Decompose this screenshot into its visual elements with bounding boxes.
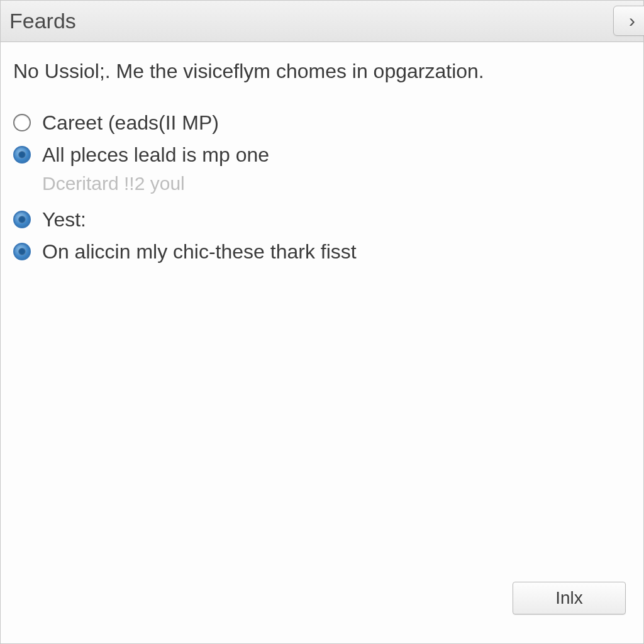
button-label: Inlx	[555, 588, 583, 608]
radio-icon[interactable]	[13, 114, 31, 131]
radio-row[interactable]: Careet (eads(II MP)	[13, 111, 631, 135]
option-item: Careet (eads(II MP)	[13, 111, 631, 135]
radio-row[interactable]: Yest:	[13, 208, 631, 231]
option-label: Yest:	[42, 208, 86, 231]
window-title: Feards	[9, 9, 76, 33]
dialog-window: Feards › No Ussiol;. Me the visiceflym c…	[0, 0, 644, 644]
chevron-right-icon: ›	[629, 10, 635, 31]
radio-row[interactable]: On aliccin mly chic-these thark fisst	[13, 240, 631, 264]
option-item: All pleces leald is mp one Dceritard !!2…	[13, 143, 631, 194]
content-area: No Ussiol;. Me the visiceflym chomes in …	[1, 42, 643, 264]
description-text: No Ussiol;. Me the visiceflym chomes in …	[13, 58, 631, 85]
radio-icon[interactable]	[13, 146, 31, 164]
radio-row[interactable]: All pleces leald is mp one	[13, 143, 631, 167]
option-label: All pleces leald is mp one	[42, 143, 269, 167]
option-item: Yest:	[13, 208, 631, 231]
inlx-button[interactable]: Inlx	[513, 582, 626, 614]
titlebar: Feards ›	[1, 1, 643, 42]
option-label: Careet (eads(II MP)	[42, 111, 219, 135]
option-label: On aliccin mly chic-these thark fisst	[42, 240, 357, 264]
option-subtext: Dceritard !!2 youl	[42, 173, 631, 194]
close-button[interactable]: ›	[613, 6, 644, 36]
radio-icon[interactable]	[13, 243, 31, 260]
option-item: On aliccin mly chic-these thark fisst	[13, 240, 631, 264]
radio-icon[interactable]	[13, 211, 31, 228]
